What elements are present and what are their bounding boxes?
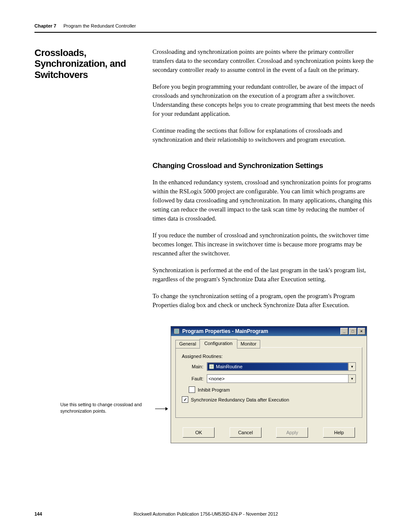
- sync-label: Synchronize Redundancy Data after Execut…: [191, 397, 289, 402]
- tab-monitor[interactable]: Monitor: [237, 340, 261, 348]
- dialog-title: Program Properties - MainProgram: [182, 328, 268, 334]
- minimize-icon[interactable]: _: [340, 328, 348, 335]
- header-chapter: Chapter 7: [34, 23, 56, 28]
- cancel-button[interactable]: Cancel: [230, 427, 262, 438]
- publication-id: Rockwell Automation Publication 1756-UM5…: [134, 511, 377, 516]
- page-footer: 144 Rockwell Automation Publication 1756…: [34, 511, 377, 516]
- tab-general[interactable]: General: [175, 340, 200, 348]
- inhibit-checkbox[interactable]: [189, 386, 195, 393]
- fault-label: Fault:: [182, 376, 203, 381]
- section-heading: Crossloads, Synchronization, and Switcho…: [34, 47, 142, 80]
- close-icon[interactable]: ×: [358, 328, 365, 335]
- routine-icon: [209, 364, 214, 369]
- apply-button[interactable]: Apply: [276, 427, 308, 438]
- main-label: Main:: [182, 364, 203, 369]
- svg-rect-3: [175, 330, 178, 330]
- svg-rect-5: [175, 332, 178, 333]
- body-paragraph: Continue reading the sections that follo…: [153, 126, 377, 144]
- body-paragraph: If you reduce the number of crossload an…: [153, 231, 377, 258]
- fault-routine-dropdown[interactable]: <none>: [207, 374, 356, 383]
- chevron-down-icon[interactable]: [348, 363, 355, 370]
- svg-rect-4: [175, 331, 178, 332]
- subsection-heading: Changing Crossload and Synchronization S…: [153, 162, 377, 170]
- header-title: Program the Redundant Controller: [63, 23, 136, 28]
- main-routine-dropdown[interactable]: MainRoutine: [207, 362, 356, 371]
- dialog-titlebar[interactable]: Program Properties - MainProgram _ □ ×: [171, 327, 367, 336]
- program-icon: [174, 328, 180, 334]
- callout-arrow-icon: [155, 326, 168, 412]
- main-routine-value: MainRoutine: [216, 364, 243, 369]
- sync-checkbox[interactable]: [182, 396, 188, 403]
- fault-routine-value: <none>: [209, 376, 224, 381]
- program-properties-dialog: Program Properties - MainProgram _ □ × G…: [171, 326, 367, 443]
- body-paragraph: Synchronization is performed at the end …: [153, 266, 377, 284]
- body-paragraph: Crossloading and synchronization points …: [153, 47, 377, 75]
- callout-note: Use this setting to change crossload and…: [34, 326, 155, 414]
- inhibit-label: Inhibit Program: [198, 387, 230, 392]
- tab-configuration[interactable]: Configuration: [199, 339, 237, 348]
- body-paragraph: Before you begin programming your redund…: [153, 82, 377, 118]
- page-number: 144: [34, 511, 134, 516]
- maximize-icon[interactable]: □: [349, 328, 357, 335]
- help-button[interactable]: Help: [323, 427, 355, 438]
- body-paragraph: To change the synchronization setting of…: [153, 292, 377, 310]
- chevron-down-icon[interactable]: [348, 375, 355, 383]
- page-header: Chapter 7 Program the Redundant Controll…: [34, 22, 377, 33]
- body-paragraph: In the enhanced redundancy system, cross…: [153, 178, 377, 223]
- ok-button[interactable]: OK: [183, 427, 215, 438]
- assigned-routines-label: Assigned Routines:: [182, 354, 356, 359]
- svg-marker-1: [165, 407, 168, 411]
